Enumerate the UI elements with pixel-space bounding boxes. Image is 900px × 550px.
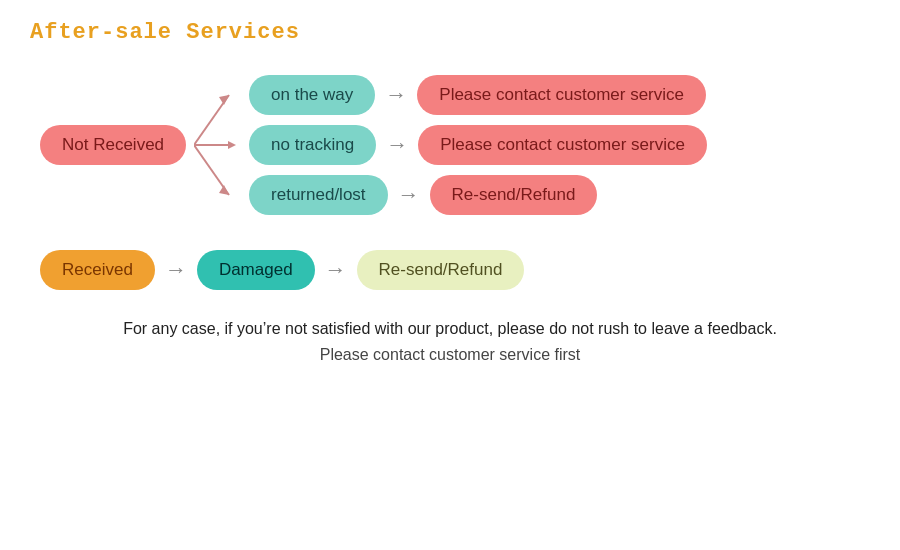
svg-marker-1 [219, 95, 229, 105]
damaged-box: Damaged [197, 250, 315, 290]
arrow-on-the-way: → [385, 82, 407, 108]
page-title: After-sale Services [30, 20, 870, 45]
branch-arrows-svg [194, 75, 244, 215]
arrow-no-tracking: → [386, 132, 408, 158]
result-on-the-way: Please contact customer service [417, 75, 706, 115]
result-no-tracking: Please contact customer service [418, 125, 707, 165]
option-returned-lost: returned/lost [249, 175, 388, 215]
footer-sub-text: Please contact customer service first [30, 346, 870, 364]
footer-section: For any case, if you’re not satisfied wi… [30, 320, 870, 364]
footer-main-text: For any case, if you’re not satisfied wi… [30, 320, 870, 338]
arrow-damaged-result: → [325, 257, 347, 283]
arrow-returned-lost: → [398, 182, 420, 208]
result-returned-lost: Re-send/Refund [430, 175, 598, 215]
received-box: Received [40, 250, 155, 290]
page: After-sale Services Not Received on the … [0, 0, 900, 384]
arrow-received-damaged: → [165, 257, 187, 283]
option-no-tracking: no tracking [249, 125, 376, 165]
option-on-the-way: on the way [249, 75, 375, 115]
received-section: Received → Damaged → Re-send/Refund [40, 250, 870, 290]
branch-row-on-the-way: on the way → Please contact customer ser… [249, 75, 707, 115]
branch-row-returned-lost: returned/lost → Re-send/Refund [249, 175, 707, 215]
svg-marker-3 [228, 141, 236, 149]
not-received-section: Not Received on the way → Please contact… [40, 75, 870, 215]
svg-marker-5 [219, 185, 229, 195]
not-received-box: Not Received [40, 125, 186, 165]
branch-container: on the way → Please contact customer ser… [249, 75, 707, 215]
received-result-box: Re-send/Refund [357, 250, 525, 290]
branch-row-no-tracking: no tracking → Please contact customer se… [249, 125, 707, 165]
